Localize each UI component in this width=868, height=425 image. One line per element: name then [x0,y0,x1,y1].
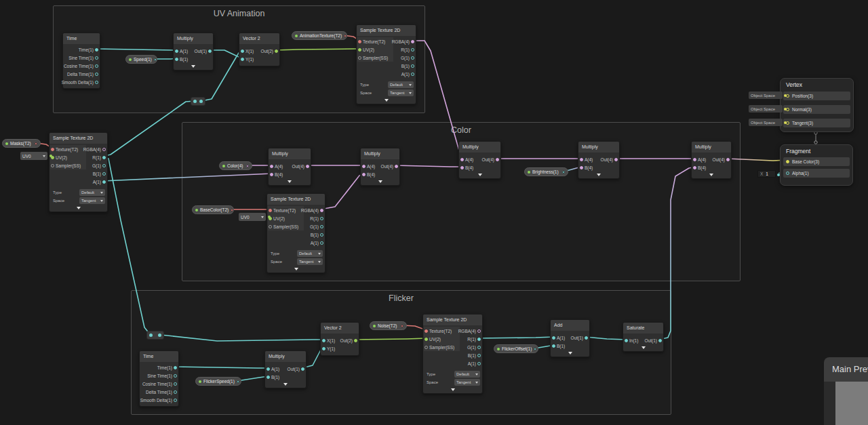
vertex-block-1[interactable]: Normal(3) [783,105,850,114]
port-dot[interactable] [496,158,499,161]
output-port[interactable]: RGBA(4) [300,206,323,214]
vertex-node[interactable]: VertexPosition(3)Normal(3)Tangent(3) [780,78,854,132]
port-dot[interactable] [102,148,106,151]
output-port[interactable]: Time(1) [156,363,177,371]
property-pill-brightness-1-[interactable]: Brightness(1) [524,167,568,176]
collapse-chevron[interactable] [459,172,500,178]
node-sample-texture-masks[interactable]: Sample Texture 2DTexture(T2)UV(2)Sampler… [49,132,108,212]
port-dot[interactable] [425,346,428,349]
input-port[interactable]: Sampler(SS) [51,161,82,169]
main-preview-header[interactable]: Main Preview [824,357,868,382]
collapse-chevron[interactable] [269,179,311,184]
redirect-dot[interactable] [149,333,153,337]
port-dot[interactable] [174,374,177,378]
output-port[interactable]: Out(2) [339,336,357,344]
node-title[interactable]: Multiply [459,142,500,153]
property-pill-flickerspeed-1-[interactable]: FlickerSpeed(1) [195,377,241,386]
port-dot[interactable] [726,158,730,161]
node-vector2-flicker[interactable]: Vector 2X(1)Y(1)Out(2) [320,322,359,356]
shader-graph-canvas[interactable]: UV AnimationColorFlickerTimeTime(1)Sine … [0,0,868,425]
input-port[interactable]: Texture(T2) [425,327,453,335]
port-dot[interactable] [411,48,414,52]
input-port[interactable]: X(1) [241,47,255,55]
dropdown-space[interactable]: Tangent [388,89,414,96]
output-port[interactable]: Out(4) [291,162,309,170]
dropdown-space[interactable]: Tangent [79,197,105,204]
port-dot[interactable] [95,56,98,60]
node-title[interactable]: Multiply [692,142,731,153]
port-dot[interactable] [174,390,177,394]
port-dot[interactable] [269,225,272,228]
port-dot[interactable] [306,165,309,168]
redirect-dot[interactable] [199,100,203,103]
alpha-value-field[interactable]: X1 [757,170,776,178]
output-port[interactable]: G(1) [466,343,481,351]
pill-type-dot[interactable] [237,380,239,383]
port-dot[interactable] [585,336,588,340]
property-pill-masks-t2-[interactable]: Masks(T2) [2,139,41,148]
fragment-block-0[interactable]: Base Color(3) [783,157,850,166]
collapse-chevron[interactable] [692,172,731,178]
port-dot[interactable] [477,362,481,365]
port-dot[interactable] [425,329,428,333]
output-port[interactable]: Sine Time(1) [67,54,98,62]
output-port[interactable]: B(1) [400,62,414,70]
output-port[interactable]: A(1) [309,239,323,247]
node-time-uv[interactable]: TimeTime(1)Sine Time(1)Cosine Time(1)Del… [62,33,100,89]
collapse-chevron[interactable] [423,387,482,392]
port-dot[interactable] [175,49,178,53]
property-pill-animationtexture-t2-[interactable]: AnimationTexture(T2) [292,31,347,40]
redirect-node[interactable] [146,331,164,340]
input-port[interactable]: B(1) [267,373,281,381]
port-dot[interactable] [411,40,414,43]
node-title[interactable]: Sample Texture 2D [50,133,107,144]
output-port[interactable]: R(1) [399,45,414,54]
port-dot[interactable] [174,382,177,386]
input-port[interactable]: B(4) [693,163,707,171]
redirect-node[interactable] [191,97,205,106]
port-dot[interactable] [477,354,481,357]
dropdown-type[interactable]: Default [454,371,480,378]
output-port[interactable]: Delta Time(1) [144,388,177,396]
port-dot[interactable] [411,73,414,76]
port-dot[interactable] [477,346,481,349]
output-port[interactable]: B(1) [92,169,106,178]
node-title[interactable]: Multiply [361,148,399,159]
port-dot[interactable] [425,338,428,341]
port-dot[interactable] [693,158,696,161]
port-dot[interactable] [552,344,555,348]
input-port[interactable]: A(4) [270,162,284,170]
output-port[interactable]: B(1) [467,351,481,359]
node-sample-texture-basecolor[interactable]: Sample Texture 2DTexture(T2)UV(2)Sampler… [267,193,326,273]
node-multiply-color-1[interactable]: MultiplyA(4)B(4)Out(4) [268,148,311,186]
node-title[interactable]: Multiply [578,142,619,153]
vertex-block-0[interactable]: Position(3) [783,92,850,100]
input-port[interactable]: B(1) [175,55,189,63]
collapse-chevron[interactable] [361,179,399,184]
input-port[interactable]: B(4) [270,170,284,178]
dropdown-type[interactable]: Default [388,81,414,88]
redirect-dot[interactable] [193,100,197,103]
input-port[interactable]: B(4) [460,163,475,171]
pill-type-dot[interactable] [231,209,233,211]
port-dot[interactable] [411,64,414,68]
node-title[interactable]: Saturate [623,323,663,333]
port-dot[interactable] [362,165,366,168]
collapse-chevron[interactable] [265,382,306,387]
collapse-chevron[interactable] [174,64,213,69]
port-dot[interactable] [320,217,323,220]
output-port[interactable]: G(1) [309,222,323,230]
vertex-block-2[interactable]: Tangent(3) [783,119,850,127]
output-port[interactable]: R(1) [309,214,323,222]
input-port[interactable]: X(1) [322,336,336,344]
input-port[interactable]: UV(2) [425,335,442,343]
port-dot[interactable] [102,180,106,184]
port-dot[interactable] [460,158,464,161]
output-port[interactable]: A(1) [92,178,106,186]
collapse-chevron[interactable] [578,172,619,178]
uv-channel-dropdown[interactable]: UV0 [239,213,266,221]
input-port[interactable]: A(4) [693,155,707,163]
port-dot[interactable] [580,166,583,169]
pill-type-dot[interactable] [344,35,347,37]
output-port[interactable]: Cosine Time(1) [62,62,98,70]
